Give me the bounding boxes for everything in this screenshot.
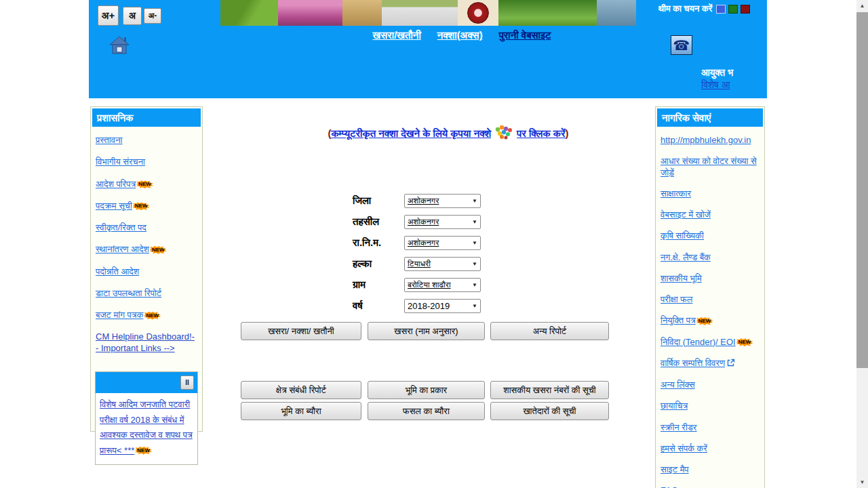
home-icon[interactable] [109,35,130,56]
sidebar-item-label: परीक्षा फल [660,294,692,304]
sidebar-item-land-bank[interactable]: नग.क्षे. लैण्ड बैंक [660,252,760,263]
crop-details-button[interactable]: फसल का ब्यौरा [368,402,485,420]
notice-box: II विशेष आदिम जनजाति पटवारी परीक्षा वर्ष… [95,371,198,465]
tehsil-select[interactable]: अशोकनगर [404,215,481,229]
emblem-icon [467,2,489,24]
form-row-halka: हल्का टियाधरी▼ [353,256,481,271]
halka-select[interactable]: टियाधरी [404,257,481,271]
citizen-services-title: नागरिक सेवाएं [657,108,763,127]
govt-khasra-list-button[interactable]: शासकीय खसरा नंबरों की सूची [490,381,609,399]
land-record-form: जिला अशोकनगर▼ तहसील अशोकनगर▼ रा.नि.म. अश… [353,193,481,319]
font-size-decrease-button[interactable]: अ- [144,8,161,24]
sidebar-item-contact-us[interactable]: हमसे संपर्क करें [660,443,760,454]
site-page: अ+ अ अ- थीम का चयन करें खसरा/खतौनी न [89,0,767,488]
primary-button-row: खसरा/ नक्शा/ खतौनी खसरा (नाम अनुसार) अन्… [241,322,609,340]
font-size-increase-button[interactable]: अ+ [98,5,119,26]
photo-collage-banner [220,0,636,26]
banner-photo [597,0,636,26]
land-type-button[interactable]: भूमि का प्रकार [368,381,485,399]
banner-photo [458,0,498,26]
sidebar-item-label: बजट मांग पत्रक [96,310,143,320]
new-badge: NEW [135,447,152,455]
sidebar-item-swikrit-rikt-pad[interactable]: स्वीकृत/रिक्त पद [96,222,197,233]
sidebar-item-vibhagiya-sanrachna[interactable]: विभागीय संरचना [96,157,197,167]
page-canvas: अ+ अ अ- थीम का चयन करें खसरा/खतौनी न [0,0,868,488]
sidebar-item-mpbhulekh-url[interactable]: http://mpbhulekh.gov.in [660,135,760,146]
sidebar-item-cm-helpline-dashboard[interactable]: CM Helpline Dashboard!-- Important Links… [96,331,197,354]
district-select[interactable]: अशोकनगर [404,194,481,208]
sidebar-item-padkram-suchi[interactable]: पदक्रम सूचीNEW [96,201,197,211]
sidebar-item-label: स्क्रीन रीडर [660,422,697,432]
sidebar-item-pariksha-phal[interactable]: परीक्षा फल [660,294,760,305]
mp-map-icon[interactable] [494,124,514,144]
form-row-tehsil: तहसील अशोकनगर▼ [353,214,481,229]
rnm-select[interactable]: अशोकनगर [404,236,481,250]
scroll-up-arrow-icon[interactable]: ▲ [856,0,868,12]
khasra-by-name-button[interactable]: खसरा (नाम अनुसार) [368,322,485,340]
sidebar-item-sakshatkar[interactable]: साक्षात्कार [660,188,760,199]
admin-sidebar: प्रशासनिक प्रस्तावना विभागीय संरचना आदेश… [90,106,203,432]
sidebar-item-website-search[interactable]: वेबसाइट में खोजें [660,209,760,220]
patwari-exam-notice-link[interactable]: विशेष आदिम जनजाति पटवारी परीक्षा वर्ष 20… [100,399,193,455]
sidebar-item-aadesh-paripatra[interactable]: आदेश परिपत्रNEW [96,179,197,190]
main-content: प्रशासनिक प्रस्तावना विभागीय संरचना आदेश… [89,98,767,488]
area-report-button[interactable]: क्षेत्र संबंधी रिपोर्ट [241,381,361,399]
sidebar-item-label: हमसे संपर्क करें [660,443,707,453]
sidebar-item-budget-mang-patrak[interactable]: बजट मांग पत्रकNEW [96,310,197,321]
sidebar-item-label: FAQ [660,485,678,488]
sidebar-item-aadhaar-voter-link[interactable]: आधार संख्या को वोटर संख्या से जोड़ें [660,156,760,178]
sidebar-item-data-uplabdhata-report[interactable]: डाटा उपलब्धता रिपोर्ट [96,288,197,299]
sidebar-item-label: प्रस्तावना [96,135,123,145]
new-badge: NEW [150,246,167,254]
sidebar-item-label: वेबसाइट में खोजें [660,209,711,220]
sidebar-item-other-links[interactable]: अन्य लिंक्स [660,380,760,390]
khasra-naksha-khatauni-button[interactable]: खसरा/ नक्शा/ खतौनी [241,322,361,340]
sidebar-item-krishi-sankhyiki[interactable]: कृषि सांख्यिकी [660,230,760,241]
year-label: वर्ष [353,300,404,312]
year-select[interactable]: 2018-2019 [404,299,481,313]
theme-swatch-red[interactable] [741,5,750,14]
scroll-down-arrow-icon[interactable]: ▼ [856,476,868,488]
sidebar-item-annual-property-return[interactable]: वार्षिक सम्पत्ति विवरण [660,358,760,369]
sidebar-item-label: छायाचित्र [660,401,688,411]
theme-swatch-green[interactable] [728,5,738,14]
computerized-map-link-suffix[interactable]: पर क्लिक करें [517,127,566,139]
rnm-label: रा.नि.म. [353,237,404,249]
nav-link-old-website[interactable]: पुरानी वेबसाइट [499,29,551,41]
village-select[interactable]: बरोटिया शाढौरा [404,278,481,292]
computerized-map-link[interactable]: कम्प्यूटरीकृत नक्शा देखने के लिये कृपया … [331,127,491,139]
sidebar-item-prastavna[interactable]: प्रस्तावना [96,135,197,146]
sidebar-item-screen-reader[interactable]: स्क्रीन रीडर [660,422,760,433]
sidebar-item-label: आदेश परिपत्र [96,179,136,189]
sidebar-item-niyukti-patra[interactable]: नियुक्ति पत्रNEW [660,315,760,326]
nav-link-khasra-khatauni[interactable]: खसरा/खतौनी [373,29,421,41]
khatedar-list-button[interactable]: खातेदारों की सूची [490,402,609,420]
theme-selector: थीम का चयन करें [658,3,750,14]
sidebar-item-label: पदक्रम सूची [96,201,132,211]
other-reports-button[interactable]: अन्य रिपोर्ट [490,322,609,340]
admin-sidebar-list: प्रस्तावना विभागीय संरचना आदेश परिपत्रNE… [91,128,202,369]
computerized-map-line: (कम्प्यूटरीकृत नक्शा देखने के लिये कृपया… [231,124,665,144]
phone-icon[interactable]: ☎ [671,35,692,55]
sidebar-item-label: साइट मैप [660,464,689,474]
vertical-scrollbar[interactable]: ▲ ▼ [856,0,868,488]
sidebar-item-shaskiya-bhumi[interactable]: शासकीय भूमि [660,273,760,284]
marquee-link[interactable]: विशेष आ [701,79,730,90]
pause-button[interactable]: II [180,375,194,390]
scrollbar-thumb[interactable] [856,12,868,368]
new-badge: NEW [144,312,161,320]
nav-link-naksha-aks[interactable]: नक्शा(अक्स) [437,29,483,41]
sidebar-item-chhayachitra[interactable]: छायाचित्र [660,401,760,411]
sidebar-item-padonnati-aadesh[interactable]: पदोन्नति आदेश [96,266,197,277]
font-size-normal-button[interactable]: अ [123,7,142,25]
sidebar-item-tender-eoi[interactable]: निविदा (Tender)/ EOINEW [660,337,760,348]
new-badge: NEW [736,338,753,346]
sidebar-item-site-map[interactable]: साइट मैप [660,464,760,475]
sidebar-item-faq[interactable]: FAQ [660,485,760,488]
land-details-button[interactable]: भूमि का ब्यौरा [241,402,361,420]
sidebar-item-label: डाटा उपलब्धता रिपोर्ट [96,288,161,298]
sidebar-item-sthanantaran-aadesh[interactable]: स्थानांतरण आदेशNEW [96,244,197,255]
theme-swatch-blue[interactable] [716,5,726,14]
form-row-district: जिला अशोकनगर▼ [353,193,481,208]
sidebar-item-label: शासकीय भूमि [660,273,702,283]
